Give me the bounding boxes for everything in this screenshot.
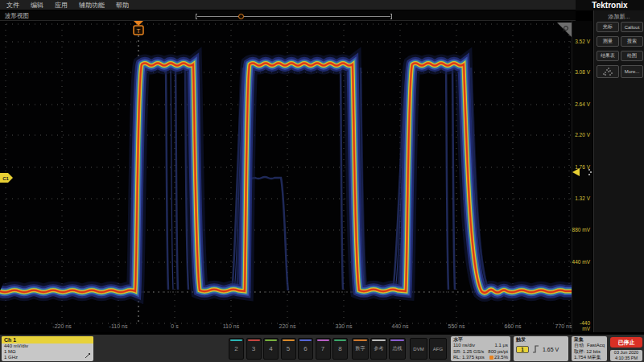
- channel4-color-stripe: [265, 339, 277, 341]
- fastacq-label: FastAcq: [587, 343, 605, 349]
- horizontal-scale: 110 ns/div: [453, 343, 475, 349]
- afg-button[interactable]: AFG: [429, 338, 447, 360]
- y-tick: 880 mV: [572, 227, 590, 232]
- horizontal-panel[interactable]: 水平 110 ns/div1.1 μs SR: 1.25 GS/s800 ps/…: [451, 336, 510, 361]
- channel2-color-stripe: [230, 339, 242, 341]
- channel4-button[interactable]: 4: [263, 338, 279, 360]
- svg-text:C1: C1: [2, 176, 9, 181]
- persistence-ghost-traces-thin: [171, 66, 487, 291]
- bus-button[interactable]: 总线: [389, 338, 406, 360]
- channel1-reference-tag[interactable]: C1: [0, 173, 13, 183]
- y-tick: 1.32 V: [572, 195, 590, 201]
- svg-text:-220 ns: -220 ns: [52, 323, 72, 329]
- svg-text:330 ns: 330 ns: [335, 323, 353, 329]
- add-new-panel: 添加新... 光标 Callout 测量 搜索 结果表 绘图 More...: [593, 10, 644, 332]
- trigger-source-badge: 1: [516, 346, 529, 353]
- tab-bar: 波形视图: [0, 10, 576, 21]
- trigger-panel[interactable]: 触发 1 1.65 V: [514, 336, 568, 361]
- digital-color-stripe: [353, 339, 367, 341]
- oscilloscope-screen: 文件 编辑 应用 辅助功能 帮助 Tektronix 波形视图: [0, 0, 644, 362]
- channel2-button[interactable]: 2: [229, 338, 244, 360]
- ref-button[interactable]: 参考: [370, 338, 387, 360]
- dvm-label: DVM: [413, 347, 423, 352]
- channel1-badge[interactable]: Ch 1 440 mV/div 1 MΩ 1 GHz: [2, 336, 93, 361]
- overview-trigger-marker-icon[interactable]: [238, 14, 244, 19]
- channel8-button[interactable]: 8: [332, 338, 348, 360]
- trigger-flag[interactable]: T: [134, 21, 143, 35]
- datetime-box: 03 Jun 2020 4:10:35 PM: [610, 350, 642, 361]
- cursors-button[interactable]: 光标: [597, 22, 619, 32]
- acquisition-count: 1.754 M采集: [574, 355, 601, 361]
- probe-icon: [85, 352, 91, 359]
- y-axis-column: 3.52 V 3.08 V 2.64 V 2.20 V 1.76 V 1.32 …: [572, 21, 592, 332]
- plot-button[interactable]: 绘图: [621, 51, 643, 61]
- channel8-color-stripe: [334, 339, 346, 341]
- search-button[interactable]: 搜索: [621, 36, 643, 47]
- histogram-button[interactable]: [597, 65, 619, 78]
- channel6-button[interactable]: 6: [298, 338, 313, 360]
- sample-resolution: 800 ps/pt: [488, 349, 508, 356]
- trigger-level-arrow[interactable]: [572, 168, 580, 176]
- channel3-color-stripe: [248, 339, 260, 341]
- histogram-icon: [602, 67, 613, 76]
- channel5-button[interactable]: 5: [281, 338, 296, 360]
- bottom-status-bar: Ch 1 440 mV/div 1 MΩ 1 GHz 2 3 4 5 6 7 8…: [0, 334, 644, 362]
- menu-accessibility[interactable]: 辅助功能: [79, 1, 105, 10]
- channel1-scale: 440 mV/div: [2, 343, 93, 349]
- channel7-button[interactable]: 7: [316, 338, 331, 360]
- menu-file[interactable]: 文件: [6, 1, 19, 10]
- overview-midline: [197, 16, 390, 17]
- tab-waveform-view[interactable]: 波形视图: [5, 12, 29, 20]
- tektronix-logo: Tektronix: [576, 0, 644, 10]
- digital-button[interactable]: 数字: [352, 338, 369, 360]
- channel1-name: Ch 1: [2, 336, 93, 343]
- menu-applications[interactable]: 应用: [55, 1, 68, 10]
- acquisition-sample-bits: 取样: 12 bits: [574, 349, 601, 356]
- svg-text:440 ns: 440 ns: [391, 323, 409, 329]
- acquisition-panel[interactable]: 采集 自动FastAcq 取样: 12 bits 1.754 M采集: [572, 336, 607, 361]
- ref-label: 参考: [374, 345, 384, 352]
- sample-rate: SR: 1.25 GS/s: [453, 349, 484, 356]
- rising-edge-icon: [532, 345, 539, 353]
- measure-button[interactable]: 测量: [597, 36, 619, 47]
- dvm-button[interactable]: DVM: [410, 338, 427, 360]
- channel7-label: 7: [321, 345, 324, 352]
- channel3-button[interactable]: 3: [246, 338, 262, 360]
- svg-text:0 s: 0 s: [171, 323, 179, 329]
- svg-text:T: T: [137, 27, 141, 35]
- horizontal-title: 水平: [453, 337, 508, 343]
- callout-button[interactable]: Callout: [621, 22, 643, 32]
- channel6-color-stripe: [299, 339, 312, 341]
- acquisition-mode: 自动: [574, 343, 584, 349]
- acquisition-overview-bar[interactable]: [196, 14, 392, 19]
- ref-color-stripe: [372, 339, 386, 341]
- waveform-panel[interactable]: T C1 -220 ns -110 ns 0 s 110 ns 220 ns 3…: [0, 21, 572, 332]
- y-tick: -440 mV: [572, 320, 590, 331]
- y-tick: 2.64 V: [572, 101, 590, 107]
- svg-text:-110 ns: -110 ns: [109, 323, 128, 329]
- menu-edit[interactable]: 编辑: [31, 1, 43, 10]
- channel8-label: 8: [338, 345, 341, 352]
- record-length: RL: 1.375 kpts: [453, 355, 485, 361]
- y-tick: 3.52 V: [572, 39, 590, 44]
- results-table-button[interactable]: 结果表: [597, 51, 619, 61]
- zoom-corner-button[interactable]: [557, 23, 572, 37]
- more-button[interactable]: More...: [621, 65, 643, 78]
- svg-text:770 ns: 770 ns: [555, 323, 572, 329]
- overview-right-cap: [390, 14, 392, 19]
- channel6-label: 6: [303, 345, 307, 352]
- y-tick: 3.08 V: [572, 69, 590, 75]
- trigger-level-grip-icon[interactable]: [588, 168, 592, 176]
- fastacq-intensity-icon: [489, 356, 493, 360]
- channel3-label: 3: [252, 345, 255, 352]
- svg-text:110 ns: 110 ns: [223, 323, 240, 329]
- svg-text:550 ns: 550 ns: [448, 323, 465, 329]
- trigger-title: 触发: [516, 337, 566, 343]
- stopped-button[interactable]: 已停止: [610, 337, 642, 348]
- channel1-impedance: 1 MΩ: [2, 349, 93, 355]
- menu-help[interactable]: 帮助: [116, 1, 129, 10]
- y-tick: 2.20 V: [572, 132, 590, 138]
- channel4-label: 4: [269, 345, 272, 352]
- channel2-label: 2: [234, 345, 237, 352]
- y-tick: 440 mV: [572, 259, 590, 265]
